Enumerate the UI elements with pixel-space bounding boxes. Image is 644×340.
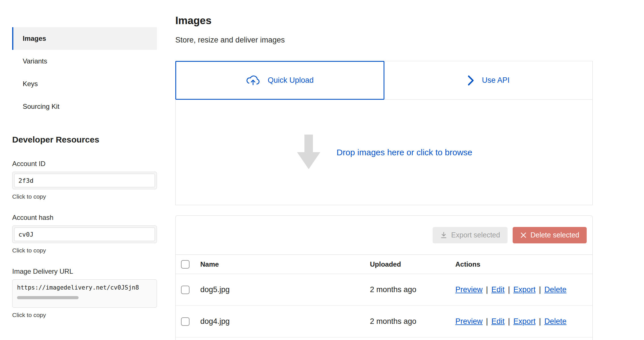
edit-link[interactable]: Edit	[491, 285, 505, 294]
table-toolbar: Export selected Delete selected	[176, 216, 592, 254]
column-header-name: Name	[200, 260, 370, 268]
sidebar-item-images[interactable]: Images	[12, 27, 157, 50]
sidebar-item-sourcing-kit[interactable]: Sourcing Kit	[12, 95, 157, 118]
horizontal-scrollbar[interactable]	[17, 296, 79, 299]
account-hash-input[interactable]: cv0J	[12, 226, 157, 243]
main-content: Images Store, resize and deliver images …	[175, 15, 593, 340]
export-selected-label: Export selected	[451, 231, 500, 239]
select-all-checkbox[interactable]	[181, 260, 190, 269]
account-id-value-box: 2f3d	[14, 174, 155, 187]
table-row: dog5.jpg 2 months ago Preview|Edit|Expor…	[176, 274, 592, 306]
account-hash-value-box: cv0J	[14, 228, 155, 241]
account-id-label: Account ID	[12, 160, 157, 168]
delivery-url-value: https://imagedelivery.net/cv0JSjn8	[17, 284, 154, 291]
delivery-url-input[interactable]: https://imagedelivery.net/cv0JSjn8	[12, 279, 157, 308]
file-name: dog5.jpg	[200, 285, 370, 294]
page-subtitle: Store, resize and deliver images	[175, 36, 593, 44]
delivery-url-label: Image Delivery URL	[12, 267, 157, 275]
account-id-field: Account ID 2f3d Click to copy	[12, 160, 157, 200]
account-id-value: 2f3d	[18, 177, 33, 184]
action-separator: |	[486, 317, 488, 326]
sidebar-item-keys[interactable]: Keys	[12, 73, 157, 95]
sidebar-item-variants[interactable]: Variants	[12, 50, 157, 73]
account-id-copy-hint: Click to copy	[12, 193, 157, 200]
table-row: dog4.jpg 2 months ago Preview|Edit|Expor…	[176, 306, 592, 337]
cloud-upload-icon	[246, 75, 260, 86]
sidebar: Images Variants Keys Sourcing Kit Develo…	[12, 27, 157, 318]
delete-selected-label: Delete selected	[531, 231, 579, 239]
delete-link[interactable]: Delete	[544, 317, 567, 326]
sidebar-item-label: Keys	[23, 80, 38, 88]
row-actions: Preview|Edit|Export|Delete	[455, 317, 592, 326]
column-header-uploaded: Uploaded	[370, 260, 455, 268]
dropzone-text: Drop images here or click to browse	[336, 148, 472, 157]
preview-link[interactable]: Preview	[455, 317, 483, 326]
action-separator: |	[539, 285, 541, 294]
export-link[interactable]: Export	[513, 285, 536, 294]
uploaded-time: 2 months ago	[370, 285, 455, 294]
action-separator: |	[539, 317, 541, 326]
uploaded-time: 2 months ago	[370, 317, 455, 326]
account-hash-value: cv0J	[18, 231, 33, 238]
action-separator: |	[508, 317, 510, 326]
row-checkbox[interactable]	[181, 317, 190, 326]
account-id-input[interactable]: 2f3d	[12, 172, 157, 189]
tab-use-api[interactable]: Use API	[384, 61, 593, 100]
chevron-right-icon	[467, 75, 475, 86]
delivery-url-field: Image Delivery URL https://imagedelivery…	[12, 267, 157, 318]
account-hash-label: Account hash	[12, 214, 157, 222]
action-separator: |	[508, 285, 510, 294]
sidebar-nav: Images Variants Keys Sourcing Kit	[12, 27, 157, 118]
delivery-url-copy-hint: Click to copy	[12, 312, 157, 318]
developer-resources-heading: Developer Resources	[12, 135, 157, 144]
sidebar-item-label: Images	[23, 35, 46, 42]
delete-selected-button[interactable]: Delete selected	[513, 227, 587, 243]
dropzone[interactable]: Drop images here or click to browse	[175, 100, 593, 205]
row-actions: Preview|Edit|Export|Delete	[455, 285, 592, 294]
tab-label: Use API	[482, 76, 510, 85]
export-link[interactable]: Export	[513, 317, 536, 326]
row-checkbox[interactable]	[181, 286, 190, 294]
action-separator: |	[486, 285, 488, 294]
upload-card: Quick Upload Use API Drop images here or…	[175, 61, 593, 205]
tab-label: Quick Upload	[268, 76, 313, 85]
download-icon	[440, 231, 447, 239]
account-hash-field: Account hash cv0J Click to copy	[12, 214, 157, 254]
tab-quick-upload[interactable]: Quick Upload	[175, 61, 384, 100]
page-title: Images	[175, 15, 593, 27]
x-icon	[520, 232, 527, 239]
table-header-row: Name Uploaded Actions	[176, 254, 592, 274]
upload-tabs: Quick Upload Use API	[175, 61, 593, 100]
sidebar-item-label: Variants	[23, 57, 47, 65]
preview-link[interactable]: Preview	[455, 285, 483, 294]
account-hash-copy-hint: Click to copy	[12, 247, 157, 254]
images-table-card: Export selected Delete selected Name Upl…	[175, 215, 593, 340]
edit-link[interactable]: Edit	[491, 317, 505, 326]
export-selected-button[interactable]: Export selected	[433, 227, 507, 243]
drop-arrow-icon	[296, 135, 322, 170]
column-header-actions: Actions	[455, 260, 592, 268]
sidebar-item-label: Sourcing Kit	[23, 103, 59, 110]
file-name: dog4.jpg	[200, 317, 370, 326]
delete-link[interactable]: Delete	[544, 285, 567, 294]
